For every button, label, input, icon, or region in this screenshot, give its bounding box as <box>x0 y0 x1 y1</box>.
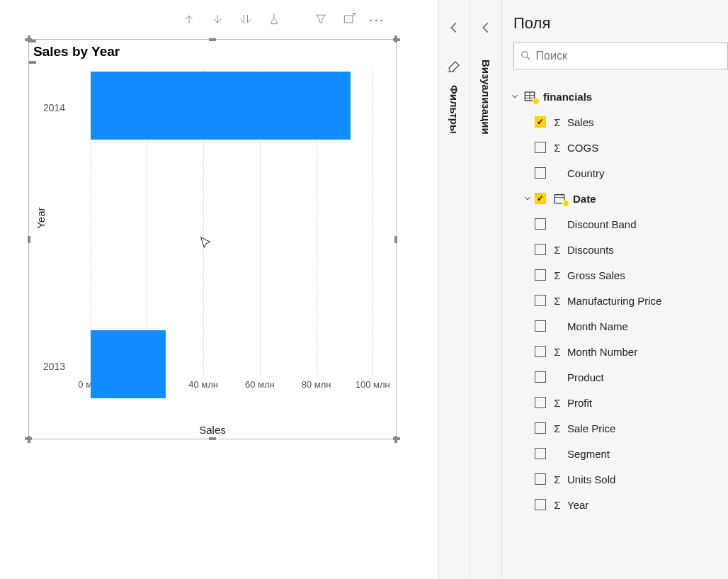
field-checkbox[interactable] <box>535 218 546 230</box>
sigma-icon: Σ <box>552 448 563 460</box>
field-label: Country <box>567 167 605 179</box>
field-checkbox[interactable] <box>535 193 546 204</box>
y-tick: 2014 <box>43 102 65 113</box>
drill-up-icon[interactable] <box>181 11 198 28</box>
y-axis-title: Year <box>35 207 47 228</box>
field-gross-sales[interactable]: ΣGross Sales <box>502 262 728 288</box>
table-icon <box>522 90 538 103</box>
field-label: Sale Price <box>567 422 615 434</box>
field-checkbox[interactable] <box>535 422 546 434</box>
field-checkbox[interactable] <box>535 244 546 255</box>
focus-mode-icon[interactable] <box>341 11 358 28</box>
fields-pane-title: Поля <box>502 0 728 43</box>
field-month-number[interactable]: ΣMonth Number <box>502 339 728 364</box>
field-label: Units Sold <box>567 473 615 485</box>
field-label: Profit <box>567 397 592 409</box>
expand-visualizations-icon[interactable] <box>478 20 494 35</box>
fields-tree: financials ΣSalesΣCOGSΣCountryDateΣDisco… <box>502 69 728 517</box>
field-label: Year <box>567 499 588 511</box>
field-discount-band[interactable]: ΣDiscount Band <box>502 211 728 237</box>
field-checkbox[interactable] <box>535 295 546 306</box>
caret-down-icon[interactable] <box>521 193 535 203</box>
field-product[interactable]: ΣProduct <box>502 364 728 390</box>
filters-label[interactable]: Фильтры <box>448 85 460 134</box>
sigma-icon: Σ <box>552 499 563 511</box>
visual-header-toolbar: ··· <box>181 11 385 28</box>
expand-filters-icon[interactable] <box>446 20 462 35</box>
field-sales[interactable]: ΣSales <box>502 109 728 135</box>
chart-plot-area: 0 млн 20 млн 40 млн 60 млн 80 млн 100 мл… <box>72 68 385 400</box>
y-tick: 2013 <box>43 361 65 372</box>
expand-down-icon[interactable] <box>237 11 254 28</box>
chart-title: Sales by Year <box>29 40 396 61</box>
field-checkbox[interactable] <box>535 320 546 332</box>
sigma-icon: Σ <box>552 116 563 128</box>
field-checkbox[interactable] <box>535 116 546 128</box>
sigma-icon: Σ <box>552 397 563 409</box>
report-canvas[interactable]: ··· Sales by Year Year 0 млн 20 млн 40 м… <box>0 0 438 579</box>
fields-search-input[interactable] <box>536 50 722 62</box>
field-profit[interactable]: ΣProfit <box>502 390 728 415</box>
field-label: Discount Band <box>567 218 637 230</box>
svg-rect-0 <box>344 16 353 23</box>
visualizations-label[interactable]: Визуализации <box>480 60 492 135</box>
visualizations-panel-collapsed: Визуализации <box>470 0 501 579</box>
bar-2013[interactable] <box>91 330 166 398</box>
field-country[interactable]: ΣCountry <box>502 160 728 186</box>
sigma-icon: Σ <box>552 167 563 179</box>
field-checkbox[interactable] <box>535 499 546 510</box>
field-label: Sales <box>567 116 594 128</box>
field-checkbox[interactable] <box>535 371 546 383</box>
field-checkbox[interactable] <box>535 142 546 153</box>
field-manufacturing-price[interactable]: ΣManufacturing Price <box>502 288 728 313</box>
sigma-icon: Σ <box>552 295 563 307</box>
field-checkbox[interactable] <box>535 397 546 408</box>
field-label: Manufacturing Price <box>567 295 661 307</box>
field-label: Product <box>567 371 604 383</box>
caret-down-icon[interactable] <box>508 91 522 101</box>
sigma-icon: Σ <box>552 269 563 281</box>
field-label: Date <box>573 193 596 205</box>
sigma-icon: Σ <box>552 320 563 332</box>
hierarchy-icon[interactable] <box>266 11 283 28</box>
bar-2014[interactable] <box>91 72 351 140</box>
filters-panel-collapsed: Фильтры <box>438 0 470 579</box>
table-label: financials <box>543 91 592 103</box>
field-segment[interactable]: ΣSegment <box>502 441 728 466</box>
x-tick: 40 млн <box>188 379 218 390</box>
svg-point-1 <box>522 52 528 57</box>
field-month-name[interactable]: ΣMonth Name <box>502 313 728 339</box>
field-date[interactable]: Date <box>502 186 728 211</box>
field-units-sold[interactable]: ΣUnits Sold <box>502 466 728 492</box>
field-label: Gross Sales <box>567 269 625 281</box>
eraser-icon[interactable] <box>445 57 462 74</box>
drill-down-icon[interactable] <box>209 11 226 28</box>
fields-search[interactable] <box>513 43 728 69</box>
x-axis-title: Sales <box>199 424 226 436</box>
field-label: Segment <box>567 448 610 460</box>
x-tick: 60 млн <box>245 379 275 390</box>
field-label: Month Number <box>567 346 637 358</box>
field-checkbox[interactable] <box>535 448 546 459</box>
field-year[interactable]: ΣYear <box>502 492 728 517</box>
field-checkbox[interactable] <box>535 473 546 485</box>
x-tick: 100 млн <box>356 379 390 390</box>
sigma-icon: Σ <box>552 473 563 485</box>
field-cogs[interactable]: ΣCOGS <box>502 135 728 160</box>
sigma-icon: Σ <box>552 244 563 256</box>
field-label: Discounts <box>567 244 614 256</box>
cursor-icon <box>198 235 214 251</box>
field-discounts[interactable]: ΣDiscounts <box>502 237 728 262</box>
more-options-icon[interactable]: ··· <box>369 11 385 28</box>
sigma-icon: Σ <box>552 422 563 434</box>
field-sale-price[interactable]: ΣSale Price <box>502 415 728 441</box>
field-checkbox[interactable] <box>535 346 546 357</box>
table-financials[interactable]: financials <box>502 84 728 109</box>
x-tick: 80 млн <box>302 379 331 390</box>
field-checkbox[interactable] <box>535 167 546 179</box>
search-icon <box>520 50 532 62</box>
field-label: COGS <box>567 142 598 154</box>
fields-pane: Поля financials ΣSalesΣCOGSΣCountryDateΣ… <box>501 0 728 579</box>
field-checkbox[interactable] <box>535 269 546 281</box>
filter-icon[interactable] <box>312 11 329 28</box>
